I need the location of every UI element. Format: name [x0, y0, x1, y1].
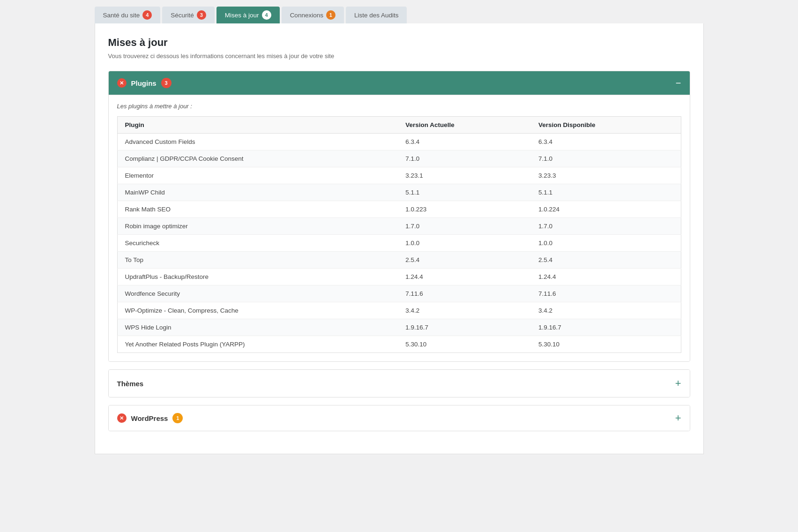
- plugin-name: Securicheck: [117, 235, 398, 252]
- table-row: Rank Math SEO1.0.2231.0.224: [117, 201, 681, 218]
- plugin-name: Robin image optimizer: [117, 218, 398, 235]
- themes-accordion-header[interactable]: Thèmes +: [109, 370, 690, 397]
- plugin-available-version: 6.3.4: [531, 134, 681, 150]
- wordpress-toggle-icon[interactable]: +: [675, 412, 681, 424]
- plugins-toggle-icon[interactable]: −: [676, 78, 681, 88]
- plugin-current-version: 7.11.6: [398, 285, 531, 302]
- plugins-body: Les plugins à mettre à jour : PluginVers…: [109, 95, 690, 361]
- plugin-name: Complianz | GDPR/CCPA Cookie Consent: [117, 150, 398, 167]
- plugins-x-icon: ✕: [117, 78, 127, 88]
- plugin-name: MainWP Child: [117, 184, 398, 201]
- table-row: Securicheck1.0.01.0.0: [117, 235, 681, 252]
- plugin-available-version: 1.24.4: [531, 269, 681, 285]
- wordpress-badge: 1: [172, 413, 183, 423]
- themes-section: Thèmes +: [108, 369, 690, 397]
- plugins-label: Les plugins à mettre à jour :: [117, 103, 681, 110]
- wordpress-header-left: ✕ WordPress 1: [117, 413, 183, 423]
- content-area: Mises à jour Vous trouverez ci dessous l…: [95, 23, 704, 454]
- tab-securite[interactable]: Sécurité3: [162, 7, 215, 23]
- themes-toggle-icon[interactable]: +: [675, 377, 681, 390]
- plugin-current-version: 5.30.10: [398, 336, 531, 353]
- plugins-table: PluginVersion ActuelleVersion Disponible…: [117, 116, 681, 353]
- plugin-name: Elementor: [117, 167, 398, 184]
- plugins-accordion-header[interactable]: ✕ Plugins 3 −: [109, 71, 690, 95]
- plugin-name: WP-Optimize - Clean, Compress, Cache: [117, 302, 398, 319]
- table-header-row: PluginVersion ActuelleVersion Disponible: [117, 117, 681, 134]
- table-row: Complianz | GDPR/CCPA Cookie Consent7.1.…: [117, 150, 681, 167]
- plugins-badge: 3: [161, 78, 172, 88]
- plugin-current-version: 1.24.4: [398, 269, 531, 285]
- plugin-name: To Top: [117, 252, 398, 269]
- plugin-available-version: 1.7.0: [531, 218, 681, 235]
- plugin-name: WPS Hide Login: [117, 319, 398, 336]
- table-row: Elementor3.23.13.23.3: [117, 167, 681, 184]
- tab-badge-connexions: 1: [326, 10, 336, 20]
- plugin-current-version: 7.1.0: [398, 150, 531, 167]
- plugin-available-version: 1.9.16.7: [531, 319, 681, 336]
- plugin-current-version: 1.9.16.7: [398, 319, 531, 336]
- table-row: Robin image optimizer1.7.01.7.0: [117, 218, 681, 235]
- plugin-current-version: 2.5.4: [398, 252, 531, 269]
- tab-connexions[interactable]: Connexions1: [282, 7, 344, 23]
- table-row: Wordfence Security7.11.67.11.6: [117, 285, 681, 302]
- plugin-current-version: 6.3.4: [398, 134, 531, 150]
- plugin-available-version: 7.11.6: [531, 285, 681, 302]
- plugins-table-body: Advanced Custom Fields6.3.46.3.4Complian…: [117, 134, 681, 353]
- plugin-current-version: 3.23.1: [398, 167, 531, 184]
- tab-badge-securite: 3: [197, 10, 206, 20]
- table-row: WPS Hide Login1.9.16.71.9.16.7: [117, 319, 681, 336]
- plugins-title: Plugins: [131, 79, 157, 87]
- table-row: Advanced Custom Fields6.3.46.3.4: [117, 134, 681, 150]
- plugin-name: Rank Math SEO: [117, 201, 398, 218]
- plugin-available-version: 2.5.4: [531, 252, 681, 269]
- plugin-available-version: 3.4.2: [531, 302, 681, 319]
- plugin-name: Advanced Custom Fields: [117, 134, 398, 150]
- themes-header-left: Thèmes: [117, 380, 144, 388]
- plugin-name: Wordfence Security: [117, 285, 398, 302]
- plugin-available-version: 3.23.3: [531, 167, 681, 184]
- plugin-current-version: 1.0.223: [398, 201, 531, 218]
- plugin-available-version: 5.1.1: [531, 184, 681, 201]
- plugin-name: UpdraftPlus - Backup/Restore: [117, 269, 398, 285]
- wordpress-title: WordPress: [131, 414, 168, 422]
- plugin-current-version: 1.0.0: [398, 235, 531, 252]
- tab-sante[interactable]: Santé du site4: [95, 7, 161, 23]
- plugin-available-version: 1.0.224: [531, 201, 681, 218]
- table-row: UpdraftPlus - Backup/Restore1.24.41.24.4: [117, 269, 681, 285]
- tab-mises-a-jour[interactable]: Mises à jour4: [216, 7, 280, 23]
- tab-audits[interactable]: Liste des Audits: [346, 7, 407, 23]
- wordpress-accordion-header[interactable]: ✕ WordPress 1 +: [109, 405, 690, 431]
- plugin-available-version: 5.30.10: [531, 336, 681, 353]
- table-row: WP-Optimize - Clean, Compress, Cache3.4.…: [117, 302, 681, 319]
- plugins-header-left: ✕ Plugins 3: [117, 78, 172, 88]
- tabs-bar: Santé du site4Sécurité3Mises à jour4Conn…: [95, 0, 704, 23]
- plugins-section: ✕ Plugins 3 − Les plugins à mettre à jou…: [108, 71, 690, 362]
- plugin-available-version: 7.1.0: [531, 150, 681, 167]
- table-row: To Top2.5.42.5.4: [117, 252, 681, 269]
- table-header: Version Actuelle: [398, 117, 531, 134]
- plugin-current-version: 1.7.0: [398, 218, 531, 235]
- table-header: Plugin: [117, 117, 398, 134]
- table-row: MainWP Child5.1.15.1.1: [117, 184, 681, 201]
- plugin-available-version: 1.0.0: [531, 235, 681, 252]
- tab-badge-sante: 4: [142, 10, 152, 20]
- table-header: Version Disponible: [531, 117, 681, 134]
- wordpress-x-icon: ✕: [117, 413, 127, 423]
- plugin-name: Yet Another Related Posts Plugin (YARPP): [117, 336, 398, 353]
- page-subtitle: Vous trouverez ci dessous les informatio…: [108, 52, 690, 60]
- plugin-current-version: 3.4.2: [398, 302, 531, 319]
- themes-title: Thèmes: [117, 380, 144, 388]
- wordpress-section: ✕ WordPress 1 +: [108, 405, 690, 431]
- page-title: Mises à jour: [108, 37, 690, 49]
- tab-badge-mises-a-jour: 4: [262, 10, 271, 20]
- table-row: Yet Another Related Posts Plugin (YARPP)…: [117, 336, 681, 353]
- plugin-current-version: 5.1.1: [398, 184, 531, 201]
